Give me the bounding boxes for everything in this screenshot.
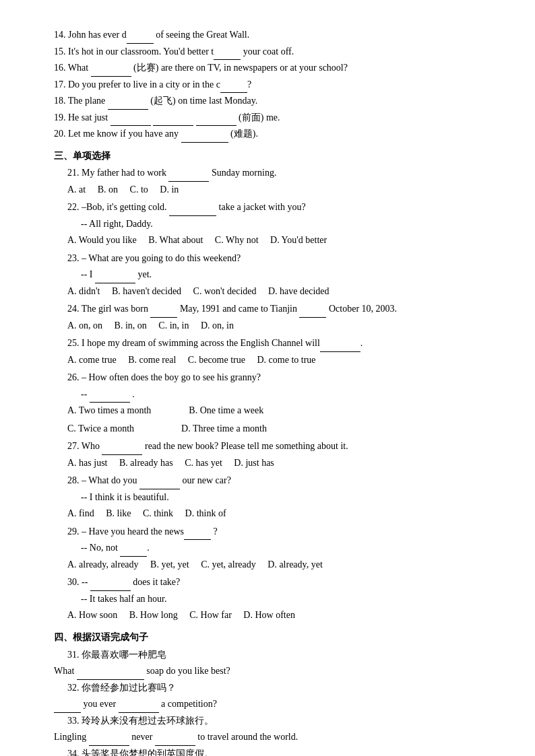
- q29: 29. – Have you heard the news ?: [67, 524, 495, 541]
- q25: 25. I hope my dream of swimming across t…: [67, 335, 495, 352]
- q22-sub: -- All right, Daddy.: [81, 216, 495, 233]
- q29-options: A. already, already B. yet, yet C. yet, …: [67, 557, 495, 574]
- blank-25[interactable]: [320, 351, 360, 352]
- q21-options: A. at B. on C. to D. in: [67, 182, 495, 199]
- q30-options: A. How soon B. How long C. How far D. Ho…: [67, 607, 495, 624]
- q19: 19. He sat just (前面) me.: [54, 110, 495, 127]
- q24-options: A. on, on B. in, on C. in, in D. on, in: [67, 318, 495, 335]
- q28-sub: -- I think it is beautiful.: [81, 489, 495, 506]
- q33-english: Lingling never to travel around the worl…: [54, 729, 495, 746]
- q32-chinese: 32. 你曾经参加过比赛吗？: [67, 680, 495, 697]
- blank-20[interactable]: [181, 142, 228, 143]
- q16: 16. What (比赛) are there on TV, in newspa…: [54, 60, 495, 77]
- q21: 21. My father had to work Sunday morning…: [67, 165, 495, 182]
- q26-options-row1: A. Two times a month B. One time a week: [67, 403, 495, 419]
- q32-english: you ever a competition?: [54, 696, 495, 713]
- blank-22[interactable]: [169, 215, 216, 216]
- q31-chinese: 31. 你最喜欢哪一种肥皂: [67, 647, 495, 664]
- q26: 26. – How often does the boy go to see h…: [67, 370, 495, 386]
- section3-title: 三、单项选择: [54, 148, 495, 164]
- q15: 15. It's hot in our classroom. You'd bet…: [54, 44, 495, 61]
- worksheet-content: 14. John has ever d of seeing the Great …: [54, 27, 495, 756]
- q24: 24. The girl was born May, 1991 and came…: [67, 301, 495, 318]
- q20: 20. Let me know if you have any (难题).: [54, 126, 495, 143]
- section3: 三、单项选择 21. My father had to work Sunday …: [54, 148, 495, 624]
- q23: 23. – What are you going to do this week…: [67, 250, 495, 267]
- q25-options: A. come true B. come real C. become true…: [67, 352, 495, 369]
- section4: 四、根据汉语完成句子 31. 你最喜欢哪一种肥皂 What soap do yo…: [54, 629, 495, 756]
- q22: 22. –Bob, it's getting cold. take a jack…: [67, 199, 495, 216]
- q17: 17. Do you prefer to live in a city or i…: [54, 77, 495, 94]
- q31-english: What soap do you like best?: [54, 663, 495, 680]
- blank-24b[interactable]: [299, 317, 326, 318]
- q27-options: A. has just B. already has C. has yet D.…: [67, 455, 495, 472]
- q28: 28. – What do you our new car?: [67, 473, 495, 489]
- q28-options: A. find B. like C. think D. think of: [67, 506, 495, 522]
- blank-29a[interactable]: [184, 539, 211, 540]
- q26-options-row2: C. Twice a month D. Three time a month: [67, 421, 495, 438]
- q27: 27. Who read the new book? Please tell m…: [67, 438, 495, 455]
- q23-sub: -- I yet.: [81, 267, 495, 283]
- fill-questions: 14. John has ever d of seeing the Great …: [54, 27, 495, 143]
- q26-sub: -- .: [81, 386, 495, 403]
- section4-title: 四、根据汉语完成句子: [54, 629, 495, 646]
- q30-sub: -- It takes half an hour.: [81, 591, 495, 608]
- q14: 14. John has ever d of seeing the Great …: [54, 27, 495, 44]
- q29-sub: -- No, not .: [81, 540, 495, 557]
- q34-chinese: 34. 头等奖是你梦想的到英国度假。: [67, 746, 495, 756]
- q18: 18. The plane (起飞) on time last Monday.: [54, 93, 495, 110]
- q30: 30. -- does it take?: [67, 574, 495, 591]
- q33-chinese: 33. 玲玲从来没有想过去环球旅行。: [67, 713, 495, 730]
- q23-options: A. didn't B. haven't decided C. won't de…: [67, 283, 495, 300]
- q22-options: A. Would you like B. What about C. Why n…: [67, 232, 495, 249]
